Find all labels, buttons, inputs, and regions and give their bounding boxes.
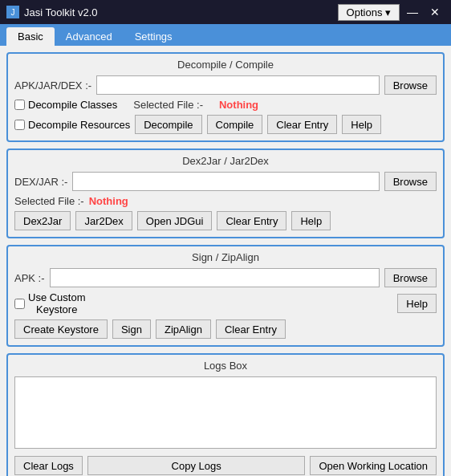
dex2jar-title: Dex2Jar / Jar2Dex	[14, 155, 437, 167]
dex-jar-input[interactable]	[72, 172, 379, 191]
keystore-label: Keystore	[36, 303, 77, 315]
sign-zipalign-section: Sign / ZipAlign APK :- Browse Use Custom…	[6, 245, 445, 347]
copy-logs-button[interactable]: Copy Logs	[87, 456, 306, 475]
sign-action-row: Create Keystore Sign ZipAlign Clear Entr…	[14, 319, 437, 339]
sign-button[interactable]: Sign	[112, 319, 151, 339]
decompile-action-row: Decompile Resources Decompile Compile Cl…	[14, 115, 437, 134]
logs-box-title: Logs Box	[14, 360, 437, 372]
decompile-browse-button[interactable]: Browse	[384, 75, 437, 95]
dex2jar-clear-entry-button[interactable]: Clear Entry	[217, 211, 286, 230]
compile-button[interactable]: Compile	[207, 115, 263, 134]
dex2jar-selected-file-row: Selected File :- Nothing	[14, 195, 437, 207]
tab-advanced[interactable]: Advanced	[55, 27, 124, 46]
dex2jar-button[interactable]: Dex2Jar	[14, 211, 71, 230]
nav-tabs: Basic Advanced Settings	[0, 24, 451, 46]
open-working-location-button[interactable]: Open Working Location	[310, 456, 437, 475]
sign-apk-input[interactable]	[50, 268, 380, 287]
decompile-classes-label: Decompile Classes	[28, 99, 117, 111]
dex2jar-section: Dex2Jar / Jar2Dex DEX/JAR :- Browse Sele…	[6, 148, 445, 238]
sign-zipalign-title: Sign / ZipAlign	[14, 251, 437, 263]
sign-help-button[interactable]: Help	[397, 294, 437, 313]
decompile-clear-entry-button[interactable]: Clear Entry	[267, 115, 337, 134]
decompile-options-row: Decompile Classes Selected File :- Nothi…	[14, 99, 437, 111]
decompile-resources-checkbox[interactable]	[14, 120, 25, 130]
sign-apk-label: APK :-	[14, 272, 45, 284]
selected-file-label-1: Selected File :-	[133, 99, 203, 111]
open-jdgui-button[interactable]: Open JDGui	[137, 211, 213, 230]
use-custom-label: Use Custom	[28, 291, 86, 303]
sign-apk-row: APK :- Browse	[14, 268, 437, 287]
use-custom-keystore-checkbox[interactable]	[14, 299, 25, 309]
dex-jar-row: DEX/JAR :- Browse	[14, 172, 437, 191]
dex2jar-selected-label: Selected File :-	[14, 195, 84, 207]
tab-settings[interactable]: Settings	[124, 27, 184, 46]
minimize-button[interactable]: —	[403, 2, 422, 22]
window-controls: Options ▾ — ✕	[338, 2, 445, 22]
app-icon: J	[6, 6, 19, 18]
logs-textarea[interactable]	[14, 376, 437, 449]
decompile-classes-checkbox[interactable]	[14, 100, 25, 110]
zipalign-button[interactable]: ZipAlign	[156, 319, 211, 339]
decompile-help-button[interactable]: Help	[342, 115, 381, 134]
apk-jar-dex-input[interactable]	[96, 75, 380, 95]
main-content: Decompile / Compile APK/JAR/DEX :- Brows…	[0, 46, 451, 476]
dex2jar-selected-value: Nothing	[89, 195, 128, 207]
decompile-classes-checkbox-label[interactable]: Decompile Classes	[14, 99, 117, 111]
decompile-resources-label: Decompile Resources	[28, 119, 130, 131]
dex2jar-action-row: Dex2Jar Jar2Dex Open JDGui Clear Entry H…	[14, 211, 437, 230]
tab-basic[interactable]: Basic	[6, 27, 55, 46]
selected-file-value-1: Nothing	[219, 99, 258, 111]
apk-jar-dex-label: APK/JAR/DEX :-	[14, 79, 91, 92]
clear-logs-button[interactable]: Clear Logs	[14, 456, 83, 475]
title-bar: J Jasi Toolkit v2.0 Options ▾ — ✕	[0, 0, 451, 24]
decompile-button[interactable]: Decompile	[135, 115, 201, 134]
sign-keystore-row: Use Custom Keystore Help	[14, 291, 437, 315]
sign-browse-button[interactable]: Browse	[384, 268, 437, 287]
apk-jar-dex-row: APK/JAR/DEX :- Browse	[14, 75, 437, 95]
app-title: Jasi Toolkit v2.0	[24, 6, 338, 18]
dex2jar-browse-button[interactable]: Browse	[384, 172, 437, 191]
dex-jar-label: DEX/JAR :-	[14, 176, 67, 188]
decompile-compile-title: Decompile / Compile	[14, 59, 437, 71]
close-button[interactable]: ✕	[425, 2, 445, 22]
create-keystore-button[interactable]: Create Keystore	[14, 319, 108, 339]
decompile-resources-checkbox-label[interactable]: Decompile Resources	[14, 119, 130, 131]
decompile-compile-section: Decompile / Compile APK/JAR/DEX :- Brows…	[6, 52, 445, 142]
logs-box-section: Logs Box Clear Logs Copy Logs Open Worki…	[6, 353, 445, 476]
dex2jar-help-button[interactable]: Help	[291, 211, 331, 230]
options-button[interactable]: Options ▾	[338, 4, 400, 21]
use-custom-keystore-labels: Use Custom Keystore	[28, 291, 86, 315]
jar2dex-button[interactable]: Jar2Dex	[75, 211, 132, 230]
use-custom-keystore-group: Use Custom Keystore	[14, 291, 86, 315]
sign-clear-entry-button[interactable]: Clear Entry	[216, 319, 286, 339]
logs-action-row: Clear Logs Copy Logs Open Working Locati…	[14, 456, 437, 475]
